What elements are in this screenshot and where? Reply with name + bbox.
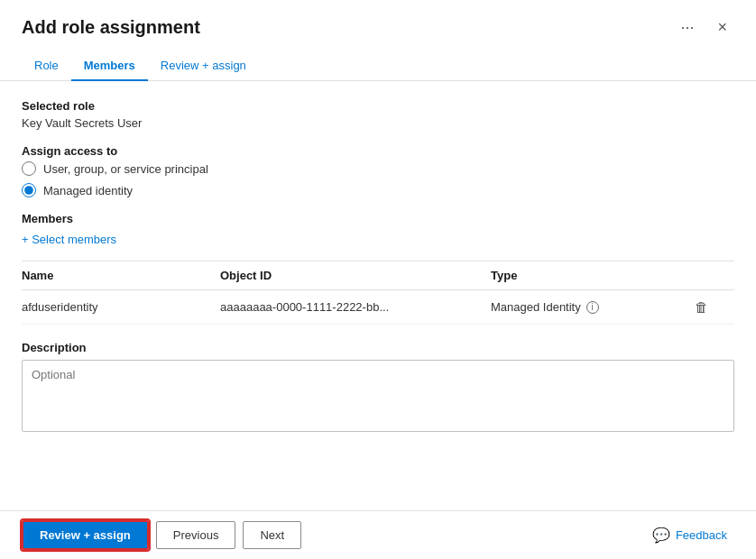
close-button[interactable]: × bbox=[710, 16, 734, 39]
dialog-footer: Review + assign Previous Next 💬 Feedback bbox=[0, 510, 756, 559]
members-table: Name Object ID Type afduseridentity aaaa… bbox=[22, 261, 734, 325]
cell-object-id: aaaaaaaa-0000-1111-2222-bb... bbox=[220, 300, 491, 314]
dialog-header: Add role assignment ··· × bbox=[0, 0, 756, 39]
review-assign-button[interactable]: Review + assign bbox=[22, 520, 149, 550]
ellipsis-button[interactable]: ··· bbox=[675, 16, 699, 39]
cell-type: Managed Identity i bbox=[491, 300, 689, 314]
selected-role-section: Selected role Key Vault Secrets User bbox=[22, 99, 734, 130]
selected-role-value: Key Vault Secrets User bbox=[22, 116, 734, 130]
delete-row-button[interactable]: 🗑 bbox=[689, 298, 714, 316]
radio-user-group-input[interactable] bbox=[22, 161, 36, 176]
cell-name: afduseridentity bbox=[22, 300, 220, 314]
next-button[interactable]: Next bbox=[243, 521, 301, 549]
description-label: Description bbox=[22, 341, 734, 354]
dialog-title: Add role assignment bbox=[22, 17, 200, 38]
dialog-body: Selected role Key Vault Secrets User Ass… bbox=[0, 81, 756, 510]
cell-delete: 🗑 bbox=[689, 298, 734, 316]
radio-managed-identity[interactable]: Managed identity bbox=[22, 183, 734, 197]
add-role-assignment-dialog: Add role assignment ··· × Role Members R… bbox=[0, 0, 756, 559]
tab-members[interactable]: Members bbox=[71, 51, 148, 81]
info-icon[interactable]: i bbox=[586, 301, 599, 314]
cell-type-text: Managed Identity bbox=[491, 300, 581, 314]
assign-access-section: Assign access to User, group, or service… bbox=[22, 144, 734, 197]
tab-bar: Role Members Review + assign bbox=[0, 39, 756, 81]
members-section: Members + Select members Name Object ID … bbox=[22, 212, 734, 325]
radio-user-group-label: User, group, or service principal bbox=[43, 162, 208, 176]
assign-access-label: Assign access to bbox=[22, 144, 734, 158]
radio-managed-identity-label: Managed identity bbox=[43, 184, 133, 197]
description-textarea[interactable] bbox=[22, 360, 734, 432]
header-actions: ··· × bbox=[675, 16, 734, 39]
col-header-object-id: Object ID bbox=[220, 269, 491, 282]
radio-user-group[interactable]: User, group, or service principal bbox=[22, 161, 734, 176]
description-section: Description bbox=[22, 341, 734, 435]
col-header-name: Name bbox=[22, 269, 220, 282]
selected-role-label: Selected role bbox=[22, 99, 734, 113]
previous-button[interactable]: Previous bbox=[156, 521, 236, 549]
tab-role[interactable]: Role bbox=[22, 51, 71, 81]
col-header-type: Type bbox=[491, 269, 689, 282]
feedback-label: Feedback bbox=[676, 528, 727, 542]
feedback-icon: 💬 bbox=[652, 527, 670, 544]
radio-managed-identity-input[interactable] bbox=[22, 183, 36, 197]
assign-access-radio-group: User, group, or service principal Manage… bbox=[22, 161, 734, 197]
table-row: afduseridentity aaaaaaaa-0000-1111-2222-… bbox=[22, 290, 734, 325]
tab-review-assign[interactable]: Review + assign bbox=[148, 51, 259, 81]
select-members-link[interactable]: + Select members bbox=[22, 233, 116, 246]
feedback-button[interactable]: 💬 Feedback bbox=[645, 521, 734, 549]
table-header-row: Name Object ID Type bbox=[22, 261, 734, 290]
members-heading: Members bbox=[22, 212, 734, 225]
col-header-actions bbox=[689, 269, 734, 282]
